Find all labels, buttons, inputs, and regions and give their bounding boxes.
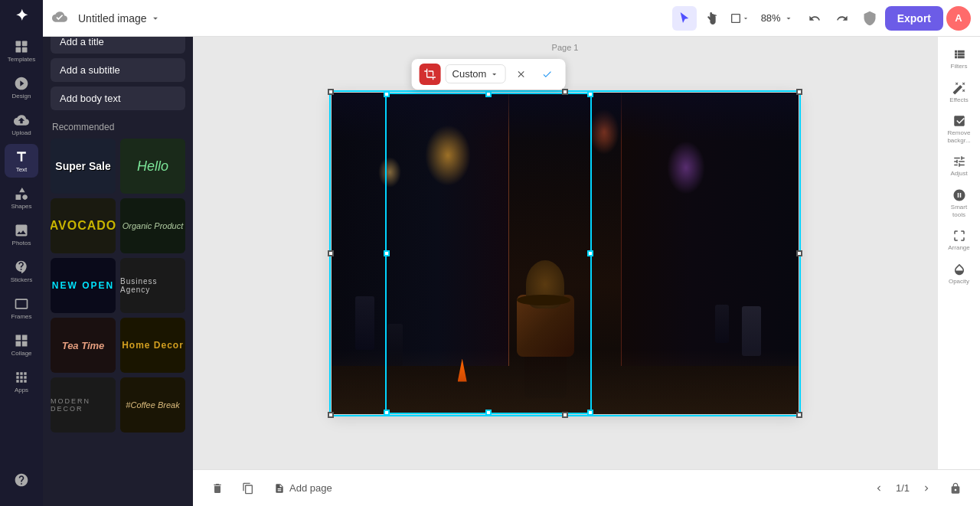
arrange-tool[interactable]: Arrange (942, 224, 976, 256)
export-button[interactable]: Export (885, 6, 943, 31)
shield-icon[interactable] (858, 6, 882, 31)
redo-button[interactable] (830, 6, 854, 31)
crop-toolbar: Custom (412, 59, 566, 90)
crop-cancel-button[interactable] (510, 64, 531, 85)
text-style-grid: Super Sale Hello AVOCADO Organic Product… (43, 139, 193, 433)
sidebar-item-stickers-label: Stickers (11, 276, 32, 283)
next-page-button[interactable] (916, 478, 937, 499)
sidebar-item-templates[interactable]: Templates (5, 34, 38, 67)
sidebar-item-frames[interactable]: Frames (5, 291, 38, 325)
crop-chevron-icon (489, 70, 498, 79)
sidebar-item-apps-label: Apps (15, 387, 28, 393)
right-panel: Filters Effects Remove backgr... Adjust … (937, 37, 980, 469)
sidebar-item-frames-label: Frames (11, 313, 31, 320)
page-navigation: 1/1 (868, 476, 968, 501)
undo-button[interactable] (802, 6, 827, 31)
sidebar-item-stickers[interactable]: Stickers (5, 254, 38, 288)
add-page-button[interactable]: Add page (266, 478, 340, 498)
top-bar-left: Untitled image (52, 9, 666, 28)
adjust-tool[interactable]: Adjust (942, 150, 976, 182)
prev-page-button[interactable] (868, 478, 890, 499)
svg-rect-3 (22, 47, 28, 52)
filters-label: Filters (951, 63, 968, 70)
effects-tool[interactable]: Effects (942, 77, 976, 109)
text-panel: Text Add a title Add a subtitle Add body… (43, 0, 193, 506)
sidebar-item-text[interactable]: Text (5, 144, 38, 178)
zoom-dropdown[interactable]: 88% (755, 9, 799, 27)
sidebar-item-upload[interactable]: Upload (5, 107, 38, 141)
page-label: Page 1 (552, 43, 579, 52)
crop-icon (420, 64, 441, 85)
app-logo[interactable]: ✦ (15, 6, 28, 24)
add-subtitle-button[interactable]: Add a subtitle (51, 58, 185, 82)
add-body-button[interactable]: Add body text (51, 87, 185, 110)
sidebar-item-text-label: Text (16, 166, 28, 173)
style-card-organic[interactable]: Organic Product (120, 198, 185, 253)
crop-custom-dropdown[interactable]: Custom (446, 64, 506, 83)
filters-tool[interactable]: Filters (942, 43, 976, 75)
select-tool-button[interactable] (672, 6, 697, 31)
icon-sidebar: ✦ Templates Design Upload Text Shapes Ph… (0, 0, 43, 506)
document-title: Untitled image (78, 12, 147, 24)
document-title-dropdown[interactable]: Untitled image (74, 9, 165, 28)
sidebar-item-photos-label: Photos (12, 240, 31, 246)
svg-rect-1 (22, 41, 28, 46)
remove-bg-tool[interactable]: Remove backgr... (942, 109, 976, 149)
resize-tool-button[interactable] (727, 6, 752, 31)
sidebar-item-design[interactable]: Design (5, 70, 38, 104)
opacity-label: Opacity (949, 278, 969, 286)
style-card-home-decor[interactable]: Home Decor (120, 318, 185, 373)
style-card-business[interactable]: Business Agency (120, 258, 185, 313)
svg-rect-0 (16, 41, 21, 46)
bottom-bar: Add page 1/1 (193, 469, 980, 506)
help-icon[interactable] (5, 463, 38, 497)
top-bar-tools: 88% Export A (672, 6, 971, 31)
style-card-avocado[interactable]: AVOCADO (51, 198, 116, 253)
add-page-label: Add page (289, 482, 332, 494)
zoom-chevron-icon (784, 14, 793, 23)
crop-confirm-button[interactable] (536, 64, 557, 85)
sidebar-item-collage-label: Collage (11, 350, 31, 357)
cloud-save-icon (52, 9, 67, 28)
style-card-tea-time[interactable]: Tea Time (51, 318, 116, 373)
style-card-new-open[interactable]: NEW OPEN (51, 258, 116, 313)
zoom-value: 88% (761, 12, 781, 24)
copy-button[interactable] (236, 476, 260, 501)
chevron-down-icon (150, 13, 161, 24)
style-card-super-sale[interactable]: Super Sale (51, 139, 116, 194)
top-bar: Untitled image 88% Export A (43, 0, 980, 37)
sidebar-item-shapes-label: Shapes (11, 203, 31, 210)
effects-label: Effects (949, 96, 968, 104)
remove-bg-label: Remove backgr... (946, 129, 973, 144)
opacity-tool[interactable]: Opacity (942, 258, 976, 290)
style-card-hello[interactable]: Hello (120, 139, 185, 194)
sidebar-item-collage[interactable]: Collage (5, 328, 38, 361)
sidebar-item-shapes[interactable]: Shapes (5, 181, 38, 214)
sidebar-item-design-label: Design (12, 93, 31, 100)
canvas-wrapper[interactable]: Custom (332, 93, 799, 414)
delete-button[interactable] (205, 476, 230, 501)
sidebar-item-apps[interactable]: Apps (5, 364, 38, 398)
crop-custom-label: Custom (452, 68, 487, 80)
page-count: 1/1 (896, 482, 910, 494)
style-card-modern-decor[interactable]: MODERN DECOR (51, 377, 116, 433)
style-card-coffee-break[interactable]: #Coffee Break (120, 377, 185, 433)
sidebar-item-photos[interactable]: Photos (5, 217, 38, 251)
sidebar-item-upload-label: Upload (11, 129, 31, 136)
smart-tools-label: Smart tools (946, 204, 973, 218)
main-canvas-area[interactable]: Page 1 (193, 37, 937, 469)
svg-rect-2 (16, 47, 21, 52)
recommended-label: Recommended (43, 113, 193, 139)
arrange-label: Arrange (948, 244, 969, 252)
smart-tools-tool[interactable]: Smart tools (942, 184, 976, 223)
user-avatar[interactable]: A (946, 6, 971, 31)
sidebar-item-templates-label: Templates (8, 56, 35, 63)
hand-tool-button[interactable] (700, 6, 724, 31)
canvas-image[interactable] (332, 93, 799, 414)
adjust-label: Adjust (950, 170, 967, 178)
lock-button[interactable] (943, 476, 968, 501)
